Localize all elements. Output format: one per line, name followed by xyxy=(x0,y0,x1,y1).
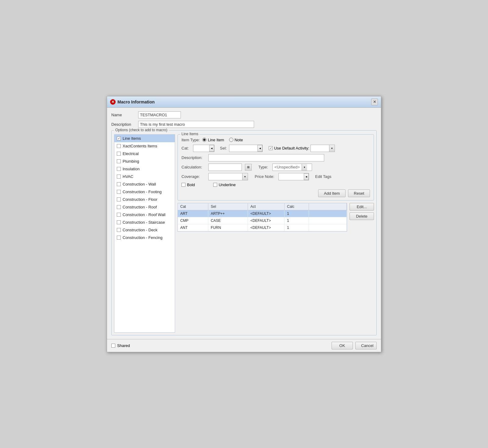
sidebar-item-construction-fencing[interactable]: Construction - Fencing xyxy=(114,234,175,241)
sidebar-item-line-items[interactable]: Line Items xyxy=(114,135,175,142)
titlebar-left: ✕ Macro Information xyxy=(110,99,155,105)
coverage-price-row: Coverage: ▾ Price Note: ◄ Edit Tags xyxy=(181,173,370,180)
coverage-label: Coverage: xyxy=(181,174,206,179)
sidebar-item-label: HVAC xyxy=(123,174,133,179)
underline-label: Underline xyxy=(219,182,236,187)
delete-button[interactable]: Delete xyxy=(350,212,374,220)
radio-line-item-label: Line Item xyxy=(208,138,224,142)
calc-type-row: Calculation: ⊞ Type: <Unspecified> ▾ xyxy=(181,164,370,171)
table-row[interactable]: ANT FURN <DEFAULT> 1 xyxy=(178,224,347,231)
ok-button[interactable]: OK xyxy=(332,342,353,349)
td-calc: 1 xyxy=(285,210,309,217)
footer-buttons: OK Cancel xyxy=(332,342,377,349)
sel-label: Sel: xyxy=(220,146,227,150)
dialog-body: Name Description Options (check to add t… xyxy=(107,108,381,339)
sidebar-item-label: XactContents Items xyxy=(123,144,157,148)
use-default-arrow[interactable]: ▾ xyxy=(329,145,335,152)
line-items-legend: Line Items xyxy=(180,132,199,136)
name-label: Name xyxy=(111,113,136,117)
sidebar-item-electrical[interactable]: Electrical xyxy=(114,150,175,157)
close-button[interactable]: ✕ xyxy=(371,99,378,105)
add-item-button[interactable]: Add Item xyxy=(318,190,346,197)
use-default-checkbox[interactable] xyxy=(269,146,273,150)
sidebar-item-construction-floor[interactable]: Construction - Floor xyxy=(114,196,175,203)
sidebar-checkbox-constr-floor[interactable] xyxy=(117,197,121,201)
sidebar-checkbox-constr-roof-wall[interactable] xyxy=(117,213,121,217)
radio-note[interactable]: Note xyxy=(229,138,243,142)
sidebar-checkbox-line-items[interactable] xyxy=(117,136,121,140)
sidebar-checkbox-insulation[interactable] xyxy=(117,167,121,171)
sidebar-item-construction-roof-wall[interactable]: Construction - Roof Wall xyxy=(114,211,175,219)
format-row: Bold Underline xyxy=(181,182,370,187)
sidebar-checkbox-electrical[interactable] xyxy=(117,152,121,156)
underline-checkbox[interactable] xyxy=(213,183,217,187)
sidebar-item-insulation[interactable]: Insulation xyxy=(114,165,175,173)
td-act: <DEFAULT> xyxy=(248,224,285,231)
radio-note-label: Note xyxy=(235,138,243,142)
sidebar-checkbox-constr-fencing[interactable] xyxy=(117,236,121,240)
sidebar-checkbox-constr-footing[interactable] xyxy=(117,190,121,194)
radio-line-item-circle[interactable] xyxy=(202,138,206,142)
use-default-select[interactable]: ▾ xyxy=(310,145,335,152)
sidebar-item-construction-staircase[interactable]: Construction - Staircase xyxy=(114,219,175,226)
sidebar-checkbox-plumbing[interactable] xyxy=(117,159,121,163)
sidebar-item-xact[interactable]: XactContents Items xyxy=(114,142,175,150)
sidebar-checkbox-constr-staircase[interactable] xyxy=(117,220,121,224)
calc-icon-button[interactable]: ⊞ xyxy=(245,164,252,171)
sidebar-checkbox-constr-deck[interactable] xyxy=(117,228,121,232)
price-note-combo-btn[interactable]: ◄ xyxy=(304,173,309,180)
sel-combo-btn[interactable]: ◄ xyxy=(257,145,262,152)
coverage-arrow[interactable]: ▾ xyxy=(242,173,248,180)
name-row: Name xyxy=(111,111,377,118)
sidebar-item-hvac[interactable]: HVAC xyxy=(114,173,175,180)
td-sel: CASE xyxy=(208,217,248,224)
td-extra xyxy=(309,217,347,224)
sidebar-item-construction-deck[interactable]: Construction - Deck xyxy=(114,226,175,234)
coverage-select[interactable]: ▾ xyxy=(208,173,248,180)
calc-label: Calculation: xyxy=(181,165,206,169)
sel-field: ◄ xyxy=(229,145,263,152)
sidebar-item-construction-roof[interactable]: Construction - Roof xyxy=(114,203,175,211)
cancel-button[interactable]: Cancel xyxy=(355,342,377,349)
td-extra xyxy=(309,224,347,231)
type-dropdown-arrow[interactable]: ▾ xyxy=(302,164,307,171)
radio-note-circle[interactable] xyxy=(229,138,233,142)
table-area: Cat Sel Act Calc ART ARTP++ xyxy=(178,203,374,232)
sidebar-item-label: Construction - Floor xyxy=(123,197,157,202)
sidebar-checkbox-constr-wall[interactable] xyxy=(117,182,121,186)
shared-checkbox[interactable] xyxy=(111,344,115,348)
footer-left: Shared xyxy=(111,343,130,348)
edit-tags-button[interactable]: Edit Tags xyxy=(315,174,331,179)
description-input[interactable] xyxy=(208,154,324,161)
cat-combo-btn[interactable]: ◄ xyxy=(209,145,214,152)
th-cat: Cat xyxy=(178,203,208,210)
radio-line-item[interactable]: Line Item xyxy=(202,138,224,142)
sidebar-item-construction-wall[interactable]: Construction - Wall xyxy=(114,180,175,188)
bold-check-row[interactable]: Bold xyxy=(181,182,195,187)
item-type-row: Item Type: Line Item Note xyxy=(181,138,370,142)
cat-label: Cat: xyxy=(181,146,191,150)
sidebar-checkbox-hvac[interactable] xyxy=(117,175,121,179)
table-row[interactable]: ART ARTP++ <DEFAULT> 1 xyxy=(178,210,347,217)
calc-input[interactable] xyxy=(208,164,242,171)
underline-check-row[interactable]: Underline xyxy=(213,182,236,187)
price-note-label: Price Note: xyxy=(255,174,274,179)
sidebar-item-plumbing[interactable]: Plumbing xyxy=(114,157,175,165)
sidebar-list: Line Items XactContents Items Electrical… xyxy=(114,134,175,333)
table-header: Cat Sel Act Calc xyxy=(178,203,347,210)
bold-checkbox[interactable] xyxy=(181,183,185,187)
sidebar-checkbox-xact[interactable] xyxy=(117,144,121,148)
edit-button[interactable]: Edit... xyxy=(350,203,374,211)
options-legend: Options (check to add to macro) xyxy=(114,128,169,132)
th-act: Act xyxy=(248,203,285,210)
sidebar-checkbox-constr-roof[interactable] xyxy=(117,205,121,209)
td-extra xyxy=(309,210,347,217)
sidebar-item-construction-footing[interactable]: Construction - Footing xyxy=(114,188,175,196)
reset-button[interactable]: Reset xyxy=(348,190,370,197)
table-row[interactable]: CMP CASE <DEFAULT> 1 xyxy=(178,217,347,224)
td-sel: FURN xyxy=(208,224,248,231)
type-select[interactable]: <Unspecified> ▾ xyxy=(272,164,312,171)
name-input[interactable] xyxy=(138,111,181,118)
app-icon: ✕ xyxy=(110,99,116,105)
desc-input[interactable] xyxy=(138,121,254,128)
